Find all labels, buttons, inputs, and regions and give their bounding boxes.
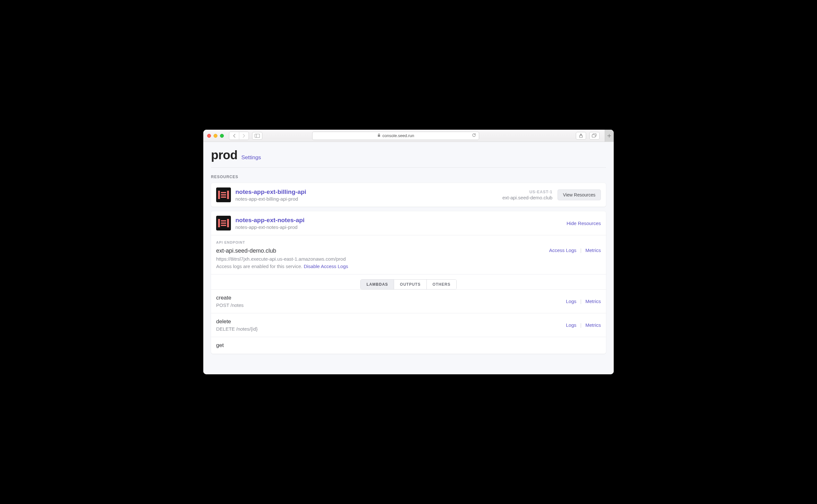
svg-rect-8 [227,191,229,199]
lambda-metrics-link[interactable]: Metrics [586,322,601,328]
right-toolbar [576,132,600,140]
resource-tabs: LAMBDAS OUTPUTS OTHERS [211,274,606,289]
traffic-lights [207,134,224,138]
titlebar: console.seed.run [203,130,614,142]
lambda-logs-link[interactable]: Logs [566,322,577,328]
endpoint-domain: ext-api.seed-demo.club [216,248,348,254]
lambda-row: delete DELETE /notes/{id} Logs | Metrics [211,313,606,337]
lambda-logs-link[interactable]: Logs [566,299,577,304]
lambda-route: POST /notes [216,302,244,308]
resource-stack-name: notes-app-ext-billing-api-prod [235,196,498,202]
tabs-button[interactable] [589,132,600,140]
lambda-route: DELETE /notes/{id} [216,326,257,332]
zoom-window-button[interactable] [220,134,224,138]
sidebar-toggle-button[interactable] [252,132,262,140]
api-endpoint-label: API ENDPOINT [216,240,601,244]
svg-rect-13 [218,219,220,227]
lock-icon [377,133,380,138]
svg-rect-17 [221,225,226,226]
lambda-metrics-link[interactable]: Metrics [586,299,601,304]
page-content: prod Settings RESOURCES notes-a [203,142,614,374]
lambda-row: get [211,337,606,354]
api-gateway-icon [216,216,231,230]
tab-outputs[interactable]: OUTPUTS [394,280,426,289]
address-bar[interactable]: console.seed.run [312,132,479,140]
svg-rect-0 [255,134,260,137]
svg-rect-7 [218,191,220,199]
api-gateway-icon [216,187,231,202]
browser-window: console.seed.run prod Settings RESOURCES [203,130,614,374]
api-endpoint-section: API ENDPOINT ext-api.seed-demo.club http… [211,235,606,274]
lambda-name: get [216,342,224,349]
svg-rect-10 [221,194,226,196]
endpoint-url: https://8itrsl7jxh.execute-api.us-east-1… [216,256,348,262]
share-button[interactable] [576,132,586,140]
page-title: prod [211,148,237,162]
forward-button[interactable] [239,132,248,140]
resource-name-link[interactable]: notes-app-ext-notes-api [235,217,562,224]
svg-rect-15 [221,220,226,222]
metrics-link[interactable]: Metrics [586,248,601,253]
reload-icon[interactable] [472,133,476,138]
svg-rect-9 [221,192,226,193]
resources-section-label: RESOURCES [211,175,606,179]
new-tab-button[interactable] [605,130,614,142]
lambda-name: create [216,295,244,301]
lambda-name: delete [216,318,257,325]
tab-lambdas[interactable]: LAMBDAS [361,280,394,289]
svg-rect-11 [221,196,226,198]
url-text: console.seed.run [382,133,414,138]
access-logs-note: Access logs are enabled for this service… [216,264,348,269]
svg-rect-16 [221,222,226,224]
resource-endpoint: ext-api.seed-demo.club [502,195,552,200]
lambda-row: create POST /notes Logs | Metrics [211,289,606,313]
disable-access-logs-link[interactable]: Disable Access Logs [304,264,348,269]
resource-stack-name: notes-app-ext-notes-api-prod [235,224,562,230]
access-logs-link[interactable]: Access Logs [549,248,577,253]
close-window-button[interactable] [207,134,211,138]
view-resources-button[interactable]: View Resources [558,189,601,200]
svg-rect-5 [592,135,595,137]
tab-others[interactable]: OTHERS [427,280,456,289]
resource-card: notes-app-ext-billing-api notes-app-ext-… [211,183,606,207]
page-header: prod Settings [211,148,606,168]
svg-rect-2 [378,135,380,137]
resource-card: notes-app-ext-notes-api notes-app-ext-no… [211,211,606,354]
hide-resources-button[interactable]: Hide Resources [567,221,601,226]
minimize-window-button[interactable] [213,134,217,138]
region-label: US-EAST-1 [502,190,552,194]
resource-name-link[interactable]: notes-app-ext-billing-api [235,188,498,196]
back-button[interactable] [229,132,239,140]
nav-buttons [229,132,249,140]
svg-rect-14 [227,219,229,227]
settings-link[interactable]: Settings [241,154,261,161]
